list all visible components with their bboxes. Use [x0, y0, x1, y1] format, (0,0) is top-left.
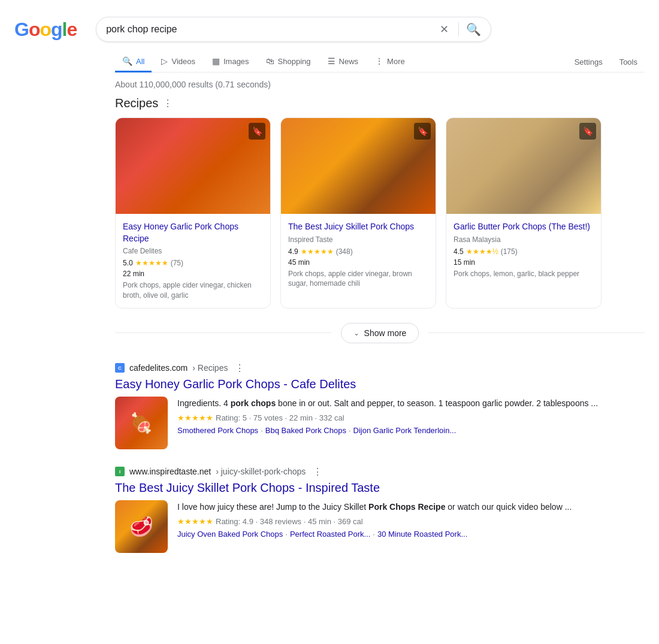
recipe-card-3[interactable]: 🔖 Garlic Butter Pork Chops (The Best!) R…	[446, 117, 601, 309]
bookmark-icon-1[interactable]: 🔖	[249, 123, 265, 140]
result-more-icon-1[interactable]: ⋮	[235, 362, 244, 374]
result-snippet-1: Ingredients. 4 pork chops bone in or out…	[177, 397, 645, 410]
chevron-down-icon: ⌄	[353, 329, 359, 337]
images-icon: ▦	[212, 56, 220, 66]
tab-shopping[interactable]: 🛍 Shopping	[259, 52, 318, 72]
result-links-2: Juicy Oven Baked Pork Chops · Perfect Ro…	[177, 530, 645, 539]
result-link-1-2[interactable]: Dijon Garlic Pork Tenderloin...	[353, 426, 457, 435]
recipe-card-1[interactable]: 🔖 Easy Honey Garlic Pork Chops Recipe Ca…	[115, 117, 271, 309]
recipe-time-1: 22 min	[123, 270, 263, 278]
logo-g: G	[14, 19, 29, 41]
recipe-ingredients-2: Pork chops, apple cider vinegar, brown s…	[288, 269, 428, 289]
recipe-rating-1: 5.0 ★★★★★ (75)	[123, 259, 263, 267]
result-url-breadcrumb-2: › juicy-skillet-pork-chops	[216, 467, 306, 476]
show-more-label: Show more	[364, 328, 407, 338]
result-thumbnail-2: 🥩	[115, 500, 168, 553]
result-link-2-0[interactable]: Juicy Oven Baked Pork Chops	[177, 530, 283, 539]
result-stars-2: ★★★★★	[177, 517, 213, 526]
thumb-image-2: 🥩	[129, 515, 153, 538]
tab-images[interactable]: ▦ Images	[205, 52, 256, 72]
result-item-1: C cafedelites.com › Recipes ⋮ Easy Honey…	[115, 362, 645, 449]
result-link-sep-1-0: ·	[261, 426, 263, 435]
tools-link[interactable]: Tools	[612, 53, 645, 71]
recipe-ingredients-1: Pork chops, apple cider vinegar, chicken…	[123, 280, 263, 301]
tab-videos-label: Videos	[171, 57, 195, 66]
logo-g2: g	[51, 19, 62, 41]
search-results: C cafedelites.com › Recipes ⋮ Easy Honey…	[115, 362, 645, 553]
recipe-time-2: 45 min	[288, 258, 428, 267]
tab-all[interactable]: 🔍 All	[115, 52, 152, 72]
videos-icon: ▷	[161, 56, 168, 66]
recipe-image-2: 🔖	[281, 118, 436, 214]
all-icon: 🔍	[122, 56, 132, 66]
recipe-cards: 🔖 Easy Honey Garlic Pork Chops Recipe Ca…	[115, 117, 645, 309]
result-title-1[interactable]: Easy Honey Garlic Pork Chops - Cafe Deli…	[115, 376, 645, 392]
result-more-icon-2[interactable]: ⋮	[313, 466, 322, 477]
result-link-sep-2-0: ·	[285, 530, 288, 539]
show-more-button[interactable]: ⌄ Show more	[341, 323, 419, 343]
result-title-2[interactable]: The Best Juicy Skillet Pork Chops - Insp…	[115, 480, 645, 495]
tab-news[interactable]: ☰ News	[321, 52, 366, 72]
bookmark-icon-3[interactable]: 🔖	[579, 123, 596, 140]
rating-count-3: (175)	[501, 247, 518, 256]
rating-score-2: 4.9	[288, 247, 298, 256]
result-text-1: Ingredients. 4 pork chops bone in or out…	[177, 397, 645, 449]
clear-icon[interactable]: ✕	[437, 23, 451, 36]
result-snippet-2: I love how juicy these are! Jump to the …	[177, 500, 645, 513]
bookmark-icon-2[interactable]: 🔖	[414, 123, 431, 140]
recipe-ingredients-3: Pork chops, lemon, garlic, black pepper	[454, 269, 594, 279]
recipe-rating-2: 4.9 ★★★★★ (348)	[288, 247, 428, 256]
recipe-body-3: Garlic Butter Pork Chops (The Best!) Ras…	[446, 214, 601, 286]
result-text-2: I love how juicy these are! Jump to the …	[177, 500, 645, 553]
search-divider	[458, 22, 459, 37]
recipes-more-button[interactable]: ⋮	[163, 98, 173, 109]
rating-score-3: 4.5	[454, 247, 464, 256]
recipe-body-1: Easy Honey Garlic Pork Chops Recipe Cafe…	[116, 214, 270, 308]
result-link-2-2[interactable]: 30 Minute Roasted Pork...	[377, 530, 467, 539]
recipe-card-2[interactable]: 🔖 The Best Juicy Skillet Pork Chops Insp…	[280, 117, 436, 309]
logo-o1: o	[29, 19, 40, 41]
logo-o2: o	[40, 19, 51, 41]
settings-link[interactable]: Settings	[567, 53, 610, 71]
result-link-1-1[interactable]: Bbq Baked Pork Chops	[265, 426, 346, 435]
result-link-1-0[interactable]: Smothered Pork Chops	[177, 426, 258, 435]
result-url-2: www.inspiredtaste.net	[129, 467, 211, 476]
tab-more-label: More	[387, 57, 405, 66]
search-input[interactable]	[106, 24, 433, 35]
result-url-line-2: I www.inspiredtaste.net › juicy-skillet-…	[115, 466, 645, 477]
recipe-rating-3: 4.5 ★★★★½ (175)	[454, 247, 594, 256]
result-favicon-1: C	[115, 363, 125, 373]
result-content-2: 🥩 I love how juicy these are! Jump to th…	[115, 500, 645, 553]
stars-2: ★★★★★	[301, 247, 334, 256]
stars-3: ★★★★½	[466, 247, 498, 256]
tab-videos[interactable]: ▷ Videos	[154, 52, 202, 72]
recipes-header: Recipes ⋮	[115, 96, 645, 110]
search-bar: ✕ 🔍	[96, 17, 491, 42]
rating-count-1: (75)	[171, 259, 183, 267]
recipe-image-3: 🔖	[446, 118, 601, 214]
recipe-source-1: Cafe Delites	[123, 247, 263, 255]
recipe-name-3: Garlic Butter Pork Chops (The Best!)	[454, 221, 594, 233]
result-meta-1: Rating: 5 · 75 votes · 22 min · 332 cal	[216, 413, 344, 422]
rating-score-1: 5.0	[123, 259, 133, 267]
recipe-name-1: Easy Honey Garlic Pork Chops Recipe	[123, 221, 263, 244]
result-link-2-1[interactable]: Perfect Roasted Pork...	[290, 530, 370, 539]
recipes-section: Recipes ⋮ 🔖 Easy Honey Garlic Pork Chops…	[115, 96, 645, 309]
tab-more[interactable]: ⋮ More	[368, 52, 412, 72]
tab-all-label: All	[136, 57, 144, 66]
results-info: About 110,000,000 results (0.71 seconds)	[115, 80, 645, 89]
shopping-icon: 🛍	[266, 56, 274, 66]
show-more-container: ⌄ Show more	[115, 323, 645, 343]
logo-l: l	[62, 19, 67, 41]
recipe-body-2: The Best Juicy Skillet Pork Chops Inspir…	[281, 214, 436, 296]
stars-1: ★★★★★	[135, 259, 168, 267]
logo-e: e	[66, 19, 77, 41]
result-url-1: cafedelites.com	[129, 363, 188, 373]
thumb-image-1: 🍖	[129, 412, 153, 434]
result-favicon-2: I	[115, 467, 125, 476]
result-item-2: I www.inspiredtaste.net › juicy-skillet-…	[115, 466, 645, 553]
result-link-sep-2-1: ·	[373, 530, 375, 539]
result-url-breadcrumb-1: › Recipes	[192, 363, 228, 373]
search-icon[interactable]: 🔍	[466, 22, 481, 37]
header: G o o g l e ✕ 🔍	[14, 10, 645, 47]
